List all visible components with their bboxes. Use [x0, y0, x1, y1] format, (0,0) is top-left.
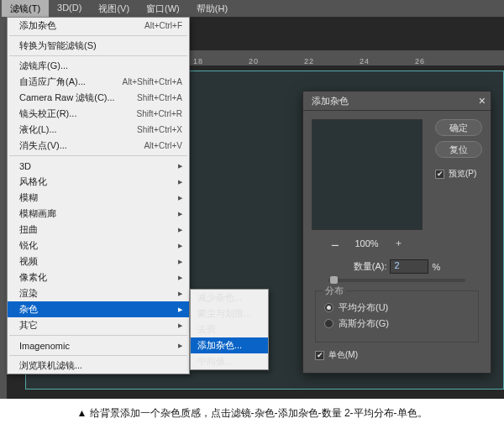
radio-label: 高斯分布(G) [339, 317, 389, 330]
menu-separator [9, 55, 187, 56]
menu-separator [9, 355, 187, 356]
menu-item-label: 滤镜库(G)... [19, 60, 68, 72]
submenu-add-noise[interactable]: 添加杂色... [191, 337, 268, 353]
menu-view[interactable]: 视图(V) [90, 0, 138, 17]
menu-item-label: 锐化 [19, 239, 38, 252]
radio-uniform[interactable]: 平均分布(U) [324, 301, 470, 314]
check-icon: ✔ [315, 351, 324, 360]
menu-item-label: 渲染 [19, 287, 38, 300]
menu-item-label: 模糊 [19, 191, 38, 204]
ruler-tick: 26 [415, 57, 425, 65]
menu-item-blur-gallery[interactable]: 模糊画廊 [8, 206, 189, 222]
filter-menu: 添加杂色 Alt+Ctrl+F 转换为智能滤镜(S) 滤镜库(G)... 自适应… [7, 17, 190, 374]
menu-item-liquify[interactable]: 液化(L)...Shift+Ctrl+X [8, 122, 189, 138]
checkbox-label: 预览(P) [449, 168, 476, 180]
check-icon: ✔ [435, 170, 444, 179]
menu-item-camera-raw[interactable]: Camera Raw 滤镜(C)...Shift+Ctrl+A [8, 90, 189, 106]
menu-item-label: Imagenomic [19, 341, 70, 351]
submenu-reduce-noise[interactable]: 减少杂色... [191, 290, 268, 306]
menu-item-shortcut: Alt+Ctrl+V [144, 141, 182, 150]
ok-button[interactable]: 确定 [435, 119, 482, 136]
ruler-tick: 20 [249, 57, 259, 65]
zoom-out-icon[interactable]: ⚊ [331, 238, 339, 248]
menu-item-repeat-filter[interactable]: 添加杂色 Alt+Ctrl+F [8, 18, 189, 34]
slider-thumb-icon[interactable] [330, 276, 338, 284]
group-title: 分布 [323, 285, 346, 297]
menu-item-other[interactable]: 其它 [8, 317, 189, 333]
submenu-median[interactable]: 中间值... [191, 353, 268, 369]
menu-item-render[interactable]: 渲染 [8, 285, 189, 301]
radio-label: 平均分布(U) [339, 301, 388, 314]
add-noise-dialog: 添加杂色 × 确定 复位 ✔ 预览(P) ⚊ 100% ＋ 数量(A): 2 % [302, 91, 491, 374]
menu-item-label: 风格化 [19, 175, 47, 188]
menu-item-filter-gallery[interactable]: 滤镜库(G)... [8, 58, 189, 74]
menubar: 滤镜(T) 3D(D) 视图(V) 窗口(W) 帮助(H) [0, 0, 504, 17]
menu-item-label: 杂色 [19, 303, 38, 316]
zoom-in-icon[interactable]: ＋ [394, 237, 403, 249]
menu-separator [9, 35, 187, 36]
amount-input[interactable]: 2 [390, 259, 428, 274]
menu-item-shortcut: Alt+Shift+Ctrl+A [123, 77, 182, 86]
monochrome-checkbox[interactable]: ✔ 单色(M) [315, 349, 479, 361]
menu-item-shortcut: Shift+Ctrl+R [137, 109, 182, 118]
menu-item-shortcut: Alt+Ctrl+F [144, 21, 182, 30]
menu-3d[interactable]: 3D(D) [49, 0, 90, 17]
menu-item-shortcut: Shift+Ctrl+A [137, 93, 182, 102]
menu-item-lens-correction[interactable]: 镜头校正(R)...Shift+Ctrl+R [8, 106, 189, 122]
ruler-tick: 22 [304, 57, 314, 65]
menu-item-label: 扭曲 [19, 223, 38, 236]
menu-item-label: 视频 [19, 255, 38, 268]
menu-separator [9, 335, 187, 336]
menu-item-video[interactable]: 视频 [8, 254, 189, 269]
menu-item-label: 减少杂色... [197, 291, 242, 304]
radio-icon [324, 319, 333, 328]
submenu-despeckle[interactable]: 去斑 [191, 322, 268, 337]
preview-checkbox[interactable]: ✔ 预览(P) [435, 168, 482, 180]
radio-icon [324, 303, 333, 312]
reset-button[interactable]: 复位 [435, 141, 482, 158]
noise-submenu: 减少杂色... 蒙尘与划痕... 去斑 添加杂色... 中间值... [190, 289, 269, 370]
amount-label: 数量(A): [354, 260, 387, 273]
menu-item-smart-filter[interactable]: 转换为智能滤镜(S) [8, 38, 189, 54]
app-frame: 滤镜(T) 3D(D) 视图(V) 窗口(W) 帮助(H) 12 14 16 1… [0, 0, 504, 399]
menu-item-stylize[interactable]: 风格化 [8, 174, 189, 190]
menu-item-browse-online[interactable]: 浏览联机滤镜... [8, 358, 189, 374]
menu-item-adaptive-wide-angle[interactable]: 自适应广角(A)...Alt+Shift+Ctrl+A [8, 74, 189, 90]
close-icon[interactable]: × [479, 94, 486, 107]
menu-window[interactable]: 窗口(W) [138, 0, 188, 17]
menu-item-imagenomic[interactable]: Imagenomic [8, 337, 189, 353]
menu-item-label: 镜头校正(R)... [19, 107, 76, 120]
menu-item-label: 中间值... [197, 355, 233, 368]
menu-item-label: Camera Raw 滤镜(C)... [19, 92, 115, 104]
submenu-dust-scratches[interactable]: 蒙尘与划痕... [191, 306, 268, 322]
menu-item-label: 添加杂色 [19, 19, 56, 32]
preview-thumbnail[interactable] [312, 119, 423, 230]
amount-slider[interactable] [328, 279, 465, 282]
menu-item-shortcut: Shift+Ctrl+X [137, 125, 182, 134]
ruler-tick: 18 [193, 57, 203, 65]
menu-item-label: 浏览联机滤镜... [19, 359, 82, 372]
menu-item-sharpen[interactable]: 锐化 [8, 238, 189, 254]
zoom-level: 100% [354, 238, 378, 248]
menu-item-distort[interactable]: 扭曲 [8, 222, 189, 238]
menu-item-vanishing-point[interactable]: 消失点(V)...Alt+Ctrl+V [8, 138, 189, 154]
dialog-titlebar[interactable]: 添加杂色 × [303, 92, 491, 111]
menu-item-label: 其它 [19, 319, 38, 332]
menu-item-3d[interactable]: 3D [8, 158, 189, 174]
ruler-tick: 24 [360, 57, 370, 65]
menu-item-pixelate[interactable]: 像素化 [8, 269, 189, 285]
menu-item-label: 蒙尘与划痕... [197, 307, 251, 320]
menu-filter[interactable]: 滤镜(T) [2, 0, 49, 17]
menu-item-label: 添加杂色... [197, 339, 242, 352]
menu-item-label: 去斑 [197, 323, 216, 336]
distribution-group: 分布 平均分布(U) 高斯分布(G) [315, 290, 479, 342]
tutorial-caption: ▲ 给背景添加一个杂色质感，点击滤镜-杂色-添加杂色-数量 2-平均分布-单色。 [0, 406, 504, 421]
menu-item-label: 自适应广角(A)... [19, 76, 86, 88]
menu-item-label: 3D [19, 161, 31, 171]
menu-item-noise[interactable]: 杂色 [8, 301, 189, 317]
radio-gaussian[interactable]: 高斯分布(G) [324, 317, 470, 330]
menu-item-label: 液化(L)... [19, 123, 57, 136]
dialog-title-text: 添加杂色 [312, 95, 349, 107]
menu-help[interactable]: 帮助(H) [188, 0, 236, 17]
menu-item-blur[interactable]: 模糊 [8, 190, 189, 206]
